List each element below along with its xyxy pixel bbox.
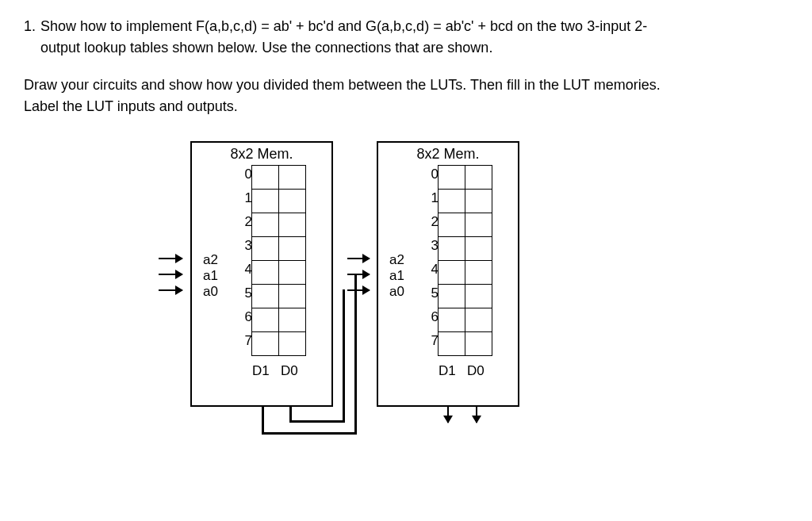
arrow-icon [447, 407, 449, 423]
question-line2: output lookup tables shown below. Use th… [40, 40, 492, 56]
question-line1: Show how to implement F(a,b,c,d) = ab' +… [40, 18, 647, 34]
row-label: 4 [423, 262, 439, 278]
lut-right-title: 8x2 Mem. [378, 143, 518, 166]
lut-left-memory [251, 165, 306, 356]
row-label: 6 [423, 309, 439, 325]
row-label: 7 [423, 333, 439, 349]
arrow-icon [476, 407, 477, 423]
output-d0: D0 [281, 363, 298, 379]
instruction-block: Draw your circuits and show how you divi… [24, 75, 788, 117]
row-label: 5 [236, 285, 252, 301]
input-a1: a1 [203, 268, 218, 284]
lut-right: 8x2 Mem. 0 1 2 3 4 5 6 7 a2 a1 a0 D1 D0 [377, 141, 519, 407]
input-a0: a0 [203, 284, 218, 300]
row-label: 1 [236, 190, 252, 206]
wire [262, 432, 357, 435]
question-body: Show how to implement F(a,b,c,d) = ab' +… [40, 16, 788, 59]
input-a1: a1 [389, 268, 404, 284]
lut-diagram: 8x2 Mem. 0 1 2 3 4 5 6 7 a2 a1 a0 D1 D0 … [143, 141, 698, 458]
row-label: 2 [423, 214, 439, 230]
row-label: 0 [236, 167, 252, 182]
row-label: 5 [423, 285, 439, 301]
arrow-icon [159, 274, 182, 275]
output-d0: D0 [467, 363, 485, 379]
input-a2: a2 [389, 252, 404, 268]
arrow-icon [347, 289, 370, 291]
lut-left: 8x2 Mem. 0 1 2 3 4 5 6 7 a2 a1 a0 D1 D0 [190, 141, 333, 407]
row-label: 3 [236, 238, 252, 254]
row-label: 2 [236, 214, 252, 230]
row-label: 4 [236, 262, 252, 278]
input-a0: a0 [389, 284, 404, 300]
row-label: 0 [423, 167, 439, 182]
lut-right-memory [438, 165, 492, 356]
question-block: 1. Show how to implement F(a,b,c,d) = ab… [24, 16, 788, 59]
row-label: 3 [423, 238, 439, 254]
input-a2: a2 [203, 252, 218, 268]
arrow-icon [347, 258, 370, 259]
arrow-icon [347, 274, 370, 275]
instruction-line1: Draw your circuits and show how you divi… [24, 77, 661, 93]
question-number: 1. [24, 16, 36, 59]
lut-left-title: 8x2 Mem. [192, 143, 331, 166]
wire [289, 420, 345, 423]
row-label: 6 [236, 309, 252, 325]
arrow-icon [159, 258, 182, 259]
wire [262, 407, 264, 435]
arrow-icon [159, 289, 182, 291]
output-d1: D1 [439, 363, 456, 379]
row-label: 1 [423, 190, 439, 206]
wire [343, 289, 345, 423]
instruction-line2: Label the LUT inputs and outputs. [24, 98, 238, 114]
wire [354, 274, 357, 435]
output-d1: D1 [252, 363, 270, 379]
row-label: 7 [236, 333, 252, 349]
